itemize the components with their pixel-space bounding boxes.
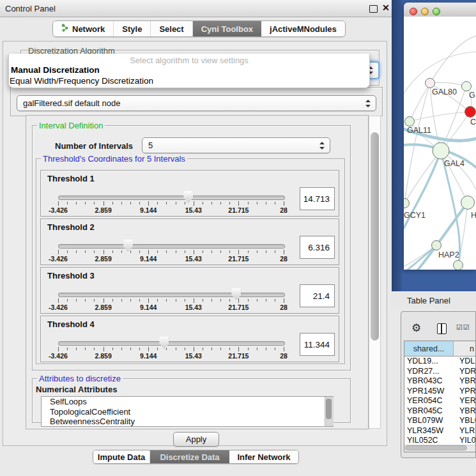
network-node[interactable]: [454, 261, 463, 270]
network-node-gal80[interactable]: [426, 79, 435, 88]
threshold-value-field[interactable]: 6.316: [300, 236, 335, 259]
tab-impute-data[interactable]: Impute Data: [93, 450, 150, 463]
cell-shared-name[interactable]: YER054C: [404, 396, 456, 406]
network-canvas[interactable]: GAL80GCGAL11GAL4GCY1HHAP2: [404, 17, 476, 270]
node-attribute-table[interactable]: shared...n YDL19...YDL1YDR27...YDR2YBR04…: [404, 341, 476, 452]
cell-shared-name[interactable]: YLR345W: [404, 426, 456, 436]
cell-name[interactable]: YDL1: [456, 357, 475, 367]
tick-label: 2.859: [95, 303, 111, 311]
minimize-traffic-light-icon[interactable]: [421, 8, 429, 15]
slider-thumb[interactable]: [123, 240, 133, 252]
cell-name[interactable]: YPR1: [456, 387, 475, 397]
settings-gear-icon[interactable]: ⚙: [411, 321, 421, 335]
cell-shared-name[interactable]: YDL19...: [404, 357, 456, 367]
slider-track[interactable]: [58, 244, 285, 249]
tick-mark: [112, 348, 113, 350]
slider-track[interactable]: [58, 293, 285, 297]
cell-name[interactable]: YER0: [456, 396, 475, 406]
table-data-select[interactable]: galFiltered.sif default node: [17, 95, 376, 111]
close-traffic-light-icon[interactable]: [410, 8, 417, 15]
attribute-list-item[interactable]: SelfLoops: [42, 397, 333, 407]
numerical-attributes-list[interactable]: SelfLoopsTopologicalCoefficientBetweenne…: [41, 396, 334, 427]
node-label: GCY1: [404, 211, 426, 220]
tick-mark: [185, 299, 185, 302]
slider-track[interactable]: [58, 196, 285, 200]
slider-thumb[interactable]: [231, 288, 241, 300]
control-panel-titlebar: Control Panel ✕: [0, 0, 392, 17]
algorithm-option-manual[interactable]: Manual Discretization: [11, 65, 100, 75]
network-node-gal11[interactable]: [405, 117, 415, 127]
threshold-value-field[interactable]: 14.713: [300, 187, 335, 210]
tab-label: Network: [72, 24, 105, 34]
tab-infer-network[interactable]: Infer Network: [229, 450, 298, 463]
network-node-c[interactable]: [465, 107, 476, 118]
table-data-selected-value: galFiltered.sif default node: [23, 98, 120, 108]
zoom-traffic-light-icon[interactable]: [433, 8, 440, 15]
tick-mark: [284, 347, 284, 351]
network-edge[interactable]: [410, 83, 430, 121]
cell-shared-name[interactable]: YDR27...: [404, 367, 456, 377]
column-header-shared-name[interactable]: shared...: [404, 341, 454, 356]
tab-style[interactable]: Style: [114, 21, 151, 36]
table-row[interactable]: YBL079WYBL0: [404, 416, 475, 426]
tick-mark: [76, 250, 77, 253]
horizontal-scrollbar-thumb[interactable]: [405, 445, 467, 450]
cell-name[interactable]: YBR0: [456, 376, 475, 387]
tick-mark: [229, 202, 230, 204]
table-row[interactable]: YBR043CYBR0: [404, 376, 475, 387]
checkboxes-icon[interactable]: ☑☑: [456, 323, 470, 332]
tick-mark: [248, 250, 249, 253]
threshold-value-field[interactable]: 21.4: [300, 284, 335, 307]
network-node-gal4[interactable]: [433, 142, 449, 159]
network-node-hap2[interactable]: [432, 241, 441, 250]
column-header-name[interactable]: n: [454, 341, 475, 356]
table-row[interactable]: YLR345WYLR3: [404, 426, 475, 436]
tab-discretize-data[interactable]: Discretize Data: [150, 450, 229, 463]
algorithm-hint-option[interactable]: Select algorithm to view settings: [9, 56, 369, 65]
network-node-g[interactable]: [462, 82, 472, 91]
vertical-scrollbar-thumb[interactable]: [371, 132, 379, 341]
network-edge[interactable]: [430, 36, 476, 83]
apply-button[interactable]: Apply: [173, 432, 219, 447]
table-row[interactable]: YDR27...YDR2: [404, 367, 475, 377]
cell-shared-name[interactable]: YBR045C: [404, 406, 456, 417]
network-node-h[interactable]: [461, 196, 475, 210]
threshold-value-field[interactable]: 11.344: [300, 333, 335, 356]
tab-jactivemnodules[interactable]: jActiveMNodules: [261, 21, 345, 36]
tick-mark: [266, 348, 266, 350]
tab-network[interactable]: Network: [53, 21, 114, 36]
network-edge[interactable]: [410, 112, 470, 121]
tick-mark: [139, 202, 140, 204]
tick-mark: [194, 250, 194, 254]
attributes-list-scrollbar-thumb[interactable]: [326, 399, 332, 419]
algorithm-option-equal-width[interactable]: Equal Width/Frequency Discretization: [10, 76, 153, 86]
network-window-titlebar[interactable]: [404, 3, 476, 17]
tick-mark: [275, 299, 275, 302]
network-edge[interactable]: [404, 151, 441, 203]
cell-shared-name[interactable]: YPR145W: [404, 387, 456, 397]
table-row[interactable]: YER054CYER0: [404, 396, 475, 406]
table-row[interactable]: YPR145WYPR1: [404, 387, 475, 397]
table-panel-titlebar: Table Panel: [392, 291, 476, 309]
cell-name[interactable]: YLR3: [456, 426, 475, 436]
split-columns-icon[interactable]: [437, 323, 447, 334]
cell-shared-name[interactable]: YBL079W: [404, 416, 456, 426]
tab-select[interactable]: Select: [151, 21, 192, 36]
attribute-list-item[interactable]: TopologicalCoefficient: [42, 407, 333, 417]
table-row[interactable]: YBR045CYBR0: [404, 406, 475, 417]
slider-track[interactable]: [58, 341, 285, 346]
slider-thumb[interactable]: [159, 337, 169, 349]
number-of-intervals-select[interactable]: 5: [142, 137, 330, 153]
network-edge[interactable]: [430, 82, 466, 86]
float-window-icon[interactable]: [369, 5, 378, 13]
close-icon[interactable]: ✕: [382, 3, 390, 13]
network-node-gcy1[interactable]: [404, 199, 410, 208]
cell-name[interactable]: YBR0: [456, 406, 475, 417]
cell-shared-name[interactable]: YBR043C: [404, 376, 456, 387]
tab-cyni-toolbox[interactable]: Cyni Toolbox: [193, 21, 261, 36]
cell-name[interactable]: YDR2: [456, 367, 475, 377]
table-row[interactable]: YDL19...YDL1: [404, 357, 475, 367]
attribute-list-item[interactable]: BetweennessCentrality: [42, 417, 333, 427]
cell-name[interactable]: YBL0: [456, 416, 475, 426]
tick-mark: [266, 202, 266, 204]
